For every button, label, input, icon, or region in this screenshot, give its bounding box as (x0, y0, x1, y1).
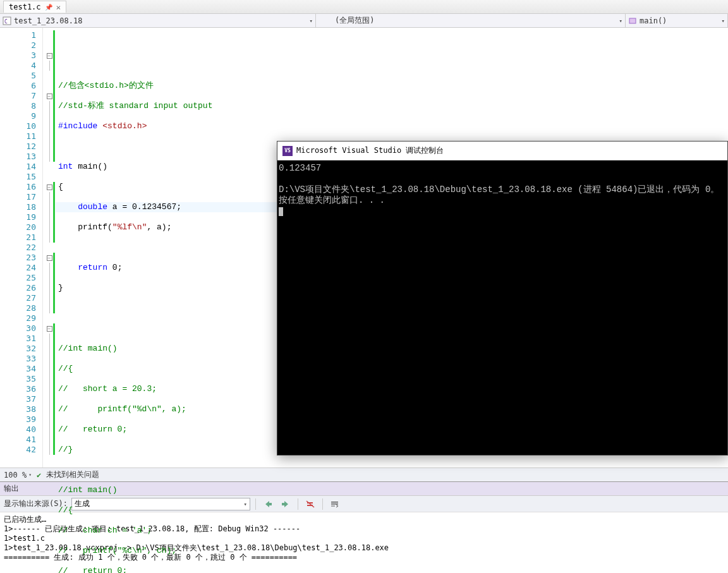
fold-toggle[interactable]: − (47, 53, 52, 59)
console-titlebar[interactable]: VS Microsoft Visual Studio 调试控制台 (277, 142, 727, 160)
function-icon (628, 16, 637, 25)
fold-toggle[interactable]: − (47, 326, 52, 332)
svg-text:C: C (4, 19, 8, 25)
chevron-down-icon: ▾ (28, 472, 32, 478)
fold-toggle[interactable]: − (47, 255, 52, 261)
zoom-value: 100 % (4, 471, 27, 480)
change-marker (53, 323, 55, 455)
svg-rect-2 (629, 18, 636, 23)
debug-console-window[interactable]: VS Microsoft Visual Studio 调试控制台 0.12345… (277, 141, 728, 455)
nav-func-selector[interactable]: main() ▾ (626, 14, 728, 27)
nav-bar: C test_1_23.08.18 ▾ (全局范围) ▾ main() ▾ (0, 14, 728, 28)
change-marker (53, 253, 55, 313)
nav-scope-selector[interactable]: (全局范围) ▾ (316, 14, 626, 27)
cpp-file-icon: C (3, 16, 11, 25)
nav-file-label: test_1_23.08.18 (14, 16, 82, 25)
document-tab[interactable]: test1.c 📌 × (3, 1, 66, 13)
nav-scope-label: (全局范围) (335, 15, 374, 26)
console-output: 0.123457 D:\VS项目文件夹\test_1_23.08.18\Debu… (277, 160, 727, 219)
tab-filename: test1.c (9, 3, 41, 11)
change-marker (53, 30, 55, 162)
nav-file-selector[interactable]: C test_1_23.08.18 ▾ (0, 14, 316, 27)
vs-icon: VS (282, 146, 293, 156)
line-number-gutter: 1234567891011121314151617181920212223242… (0, 28, 43, 467)
fold-toggle[interactable]: − (47, 184, 52, 190)
chevron-down-icon: ▾ (310, 18, 313, 24)
check-icon: ✔ (37, 471, 41, 480)
nav-func-label: main() (640, 16, 667, 25)
console-title-text: Microsoft Visual Studio 调试控制台 (296, 145, 444, 156)
zoom-selector[interactable]: 100 % ▾ (4, 471, 32, 480)
console-cursor (279, 207, 283, 216)
change-marker (53, 182, 55, 243)
fold-toggle[interactable]: − (47, 93, 52, 99)
document-tab-bar: test1.c 📌 × (0, 0, 728, 14)
chevron-down-icon: ▾ (619, 18, 622, 24)
pin-icon[interactable]: 📌 (45, 4, 52, 11)
close-tab-icon[interactable]: × (56, 3, 61, 11)
chevron-down-icon: ▾ (722, 18, 725, 24)
